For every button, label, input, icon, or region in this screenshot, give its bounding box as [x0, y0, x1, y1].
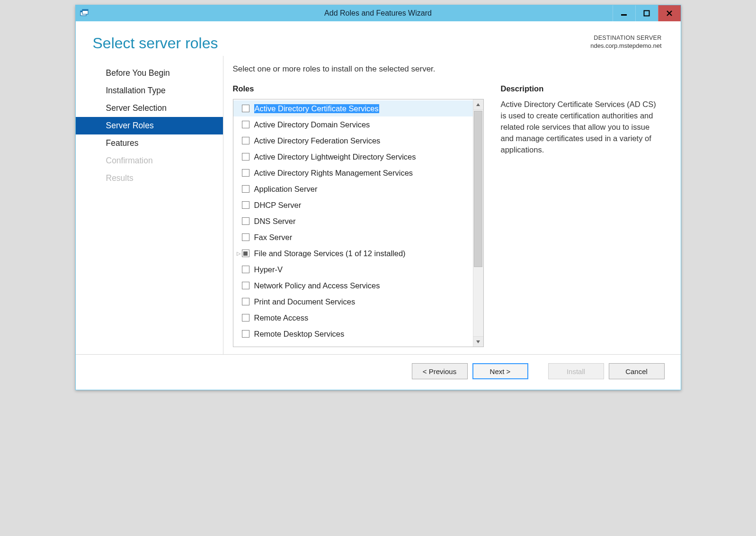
page-title: Select server roles — [93, 35, 591, 52]
role-checkbox[interactable] — [242, 201, 249, 209]
role-label: Active Directory Federation Services — [254, 136, 381, 145]
role-label: Remote Access — [254, 313, 309, 322]
roles-heading: Roles — [233, 84, 484, 93]
role-label: Application Server — [254, 185, 318, 194]
role-row[interactable]: DNS Server — [233, 213, 473, 229]
role-row[interactable]: Network Policy and Access Services — [233, 277, 473, 294]
role-label: Active Directory Rights Management Servi… — [254, 169, 413, 178]
role-label: Network Policy and Access Services — [254, 281, 380, 290]
nav-installation-type[interactable]: Installation Type — [76, 82, 223, 99]
role-checkbox[interactable] — [242, 169, 249, 177]
role-checkbox[interactable] — [242, 233, 249, 241]
wizard-window: Add Roles and Features Wizard Select ser… — [75, 5, 681, 390]
role-checkbox[interactable] — [242, 217, 249, 225]
role-label: Fax Server — [254, 233, 293, 242]
role-row[interactable]: Active Directory Rights Management Servi… — [233, 165, 473, 181]
role-row[interactable]: Remote Desktop Services — [233, 326, 473, 342]
role-label: Active Directory Certificate Services — [254, 104, 379, 113]
role-label: DNS Server — [254, 217, 296, 226]
next-button[interactable]: Next > — [472, 363, 528, 379]
scroll-up-button[interactable] — [473, 99, 483, 110]
role-row[interactable]: Fax Server — [233, 229, 473, 245]
cancel-button[interactable]: Cancel — [609, 363, 665, 379]
role-row[interactable]: Remote Access — [233, 310, 473, 326]
content-area: Select server roles DESTINATION SERVER n… — [76, 21, 681, 390]
window-title: Add Roles and Features Wizard — [76, 9, 681, 18]
close-button[interactable] — [658, 5, 681, 21]
main-panel: Select one or more roles to install on t… — [233, 56, 663, 354]
wizard-nav: Before You Begin Installation Type Serve… — [76, 56, 223, 354]
role-label: Remote Desktop Services — [254, 330, 345, 339]
svg-rect-3 — [82, 9, 88, 11]
scrollbar-thumb[interactable] — [474, 111, 482, 267]
svg-rect-4 — [621, 14, 627, 16]
nav-results: Results — [76, 170, 223, 187]
role-row[interactable]: DHCP Server — [233, 197, 473, 213]
role-label: Print and Document Services — [254, 297, 356, 306]
expand-arrow-icon[interactable]: ▷ — [235, 250, 242, 257]
role-row[interactable]: Active Directory Lightweight Directory S… — [233, 149, 473, 165]
previous-button[interactable]: < Previous — [412, 363, 468, 379]
role-row[interactable]: Application Server — [233, 181, 473, 197]
footer-bar: < Previous Next > Install Cancel — [76, 354, 681, 390]
nav-server-selection[interactable]: Server Selection — [76, 99, 223, 117]
maximize-button[interactable] — [635, 5, 658, 21]
role-row[interactable]: Active Directory Federation Services — [233, 133, 473, 149]
description-heading: Description — [501, 84, 663, 93]
role-checkbox[interactable] — [242, 153, 249, 161]
install-button: Install — [548, 363, 604, 379]
role-label: Hyper-V — [254, 265, 283, 274]
role-row[interactable]: Print and Document Services — [233, 294, 473, 310]
role-row[interactable]: Active Directory Certificate Services — [233, 100, 473, 116]
role-checkbox[interactable] — [242, 330, 249, 338]
roles-scrollbar[interactable] — [473, 99, 483, 347]
titlebar[interactable]: Add Roles and Features Wizard — [76, 5, 681, 21]
nav-server-roles[interactable]: Server Roles — [76, 117, 223, 134]
role-label: Active Directory Lightweight Directory S… — [254, 152, 416, 161]
minimize-button[interactable] — [613, 5, 635, 21]
scroll-down-button[interactable] — [473, 336, 483, 347]
role-label: File and Storage Services (1 of 12 insta… — [254, 249, 406, 258]
role-label: DHCP Server — [254, 201, 302, 210]
role-row[interactable]: Hyper-V — [233, 261, 473, 277]
nav-before-you-begin[interactable]: Before You Begin — [76, 64, 223, 82]
role-label: Active Directory Domain Services — [254, 120, 370, 129]
role-checkbox[interactable] — [242, 105, 249, 112]
description-text: Active Directory Certificate Services (A… — [501, 99, 663, 156]
nav-confirmation: Confirmation — [76, 152, 223, 170]
role-checkbox[interactable] — [242, 137, 249, 144]
window-controls — [613, 5, 681, 21]
destination-server: ndes.corp.mstepdemo.net — [590, 42, 661, 49]
role-checkbox[interactable] — [242, 185, 249, 193]
role-row[interactable]: ▷File and Storage Services (1 of 12 inst… — [233, 245, 473, 261]
role-checkbox[interactable] — [242, 314, 249, 322]
role-checkbox[interactable] — [242, 266, 249, 273]
destination-block: DESTINATION SERVER ndes.corp.mstepdemo.n… — [590, 35, 661, 49]
role-checkbox[interactable] — [242, 250, 249, 257]
instruction-text: Select one or more roles to install on t… — [233, 64, 663, 74]
role-row[interactable]: Active Directory Domain Services — [233, 116, 473, 133]
nav-features[interactable]: Features — [76, 134, 223, 152]
svg-rect-5 — [644, 11, 649, 16]
role-checkbox[interactable] — [242, 282, 249, 289]
role-checkbox[interactable] — [242, 298, 249, 305]
destination-label: DESTINATION SERVER — [590, 35, 661, 41]
app-icon — [80, 9, 89, 18]
role-checkbox[interactable] — [242, 121, 249, 128]
roles-listbox[interactable]: Active Directory Certificate ServicesAct… — [233, 99, 484, 347]
